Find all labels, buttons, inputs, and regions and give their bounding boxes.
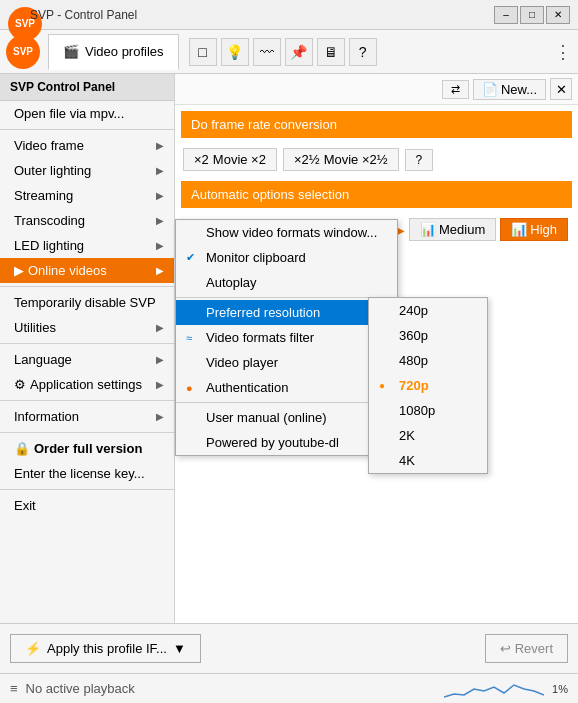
- information-label: Information: [14, 409, 79, 424]
- sidebar-item-exit[interactable]: Exit: [0, 493, 174, 518]
- movie-options-row: ×2 Movie ×2 ×2½ Movie ×2½ ?: [175, 144, 578, 175]
- menu-item-video-player[interactable]: Video player ▶: [176, 350, 397, 375]
- utilities-label: Utilities: [14, 320, 56, 335]
- apply-profile-button[interactable]: ⚡ Apply this profile IF... ▼: [10, 634, 201, 663]
- question-button[interactable]: ?: [405, 149, 434, 171]
- menu-item-monitor-clipboard[interactable]: ✔ Monitor clipboard: [176, 245, 397, 270]
- menu-item-autoplay[interactable]: Autoplay: [176, 270, 397, 295]
- video-profiles-tab[interactable]: 🎬 Video profiles: [48, 34, 179, 70]
- sidebar-item-led-lighting[interactable]: LED lighting ▶: [0, 233, 174, 258]
- content-close-button[interactable]: ✕: [550, 78, 572, 100]
- switch-icon-button[interactable]: ⇄: [442, 80, 469, 99]
- submenu-item-480p[interactable]: 480p: [369, 348, 487, 373]
- toolbar: SVP 🎬 Video profiles □ 💡 〰 📌 🖥 ? ⋮: [0, 30, 578, 74]
- sidebar-item-open-file[interactable]: Open file via mpv...: [0, 101, 174, 126]
- sidebar-sep-4: [0, 400, 174, 401]
- language-arrow: ▶: [156, 354, 164, 365]
- medium-quality-button[interactable]: 📊 Medium: [409, 218, 496, 241]
- video-profiles-tab-label: Video profiles: [85, 44, 164, 59]
- maximize-button[interactable]: □: [520, 6, 544, 24]
- disable-svp-label: Temporarily disable SVP: [14, 295, 156, 310]
- toolbar-icon-help[interactable]: ?: [349, 38, 377, 66]
- 1080p-label: 1080p: [399, 403, 435, 418]
- sidebar-sep-5: [0, 432, 174, 433]
- submenu-item-720p[interactable]: ● 720p: [369, 373, 487, 398]
- movie-x2-button[interactable]: ×2 Movie ×2: [183, 148, 277, 171]
- video-formats-filter-label: Video formats filter: [206, 330, 314, 345]
- toolbar-icon-3[interactable]: 〰: [253, 38, 281, 66]
- submenu-item-4k[interactable]: 4K: [369, 448, 487, 473]
- high-quality-button[interactable]: 📊 High: [500, 218, 568, 241]
- sidebar-item-disable-svp[interactable]: Temporarily disable SVP: [0, 290, 174, 315]
- online-videos-play-icon: ▶: [14, 263, 24, 278]
- menu-item-show-formats[interactable]: Show video formats window...: [176, 220, 397, 245]
- menu-item-video-formats-filter[interactable]: ≈ Video formats filter ▶: [176, 325, 397, 350]
- submenu-item-1080p[interactable]: 1080p: [369, 398, 487, 423]
- sidebar: SVP Control Panel Open file via mpv... V…: [0, 74, 175, 623]
- sidebar-sep-3: [0, 343, 174, 344]
- submenu-item-240p[interactable]: 240p: [369, 298, 487, 323]
- sidebar-item-video-frame[interactable]: Video frame ▶: [0, 133, 174, 158]
- title-bar: SVP SVP - Control Panel – □ ✕: [0, 0, 578, 30]
- close-button[interactable]: ✕: [546, 6, 570, 24]
- sidebar-item-outer-lighting[interactable]: Outer lighting ▶: [0, 158, 174, 183]
- license-key-label: Enter the license key...: [14, 466, 145, 481]
- led-lighting-label: LED lighting: [14, 238, 84, 253]
- sidebar-item-utilities[interactable]: Utilities ▶: [0, 315, 174, 340]
- medium-quality-label: Medium: [439, 222, 485, 237]
- revert-button[interactable]: ↩ Revert: [485, 634, 568, 663]
- sidebar-item-transcoding[interactable]: Transcoding ▶: [0, 208, 174, 233]
- user-manual-label: User manual (online): [206, 410, 327, 425]
- information-arrow: ▶: [156, 411, 164, 422]
- monitor-clipboard-label: Monitor clipboard: [206, 250, 306, 265]
- sidebar-sep-2: [0, 286, 174, 287]
- authentication-label: Authentication: [206, 380, 288, 395]
- submenu-item-2k[interactable]: 2K: [369, 423, 487, 448]
- new-button-label: New...: [501, 82, 537, 97]
- sidebar-item-online-videos[interactable]: ▶ Online videos ▶: [0, 258, 174, 283]
- toolbar-icon-2[interactable]: 💡: [221, 38, 249, 66]
- toolbar-more-button[interactable]: ⋮: [554, 41, 572, 63]
- medium-bar-icon: 📊: [420, 222, 436, 237]
- apply-icon: ⚡: [25, 641, 41, 656]
- preferred-resolution-submenu[interactable]: 240p 360p 480p ● 720p 1080p 2K: [368, 297, 488, 474]
- submenu-item-360p[interactable]: 360p: [369, 323, 487, 348]
- toolbar-icons: □ 💡 〰 📌 🖥 ?: [189, 38, 377, 66]
- svp-logo: SVP: [6, 35, 40, 69]
- sidebar-item-language[interactable]: Language ▶: [0, 347, 174, 372]
- 720p-label: 720p: [399, 378, 429, 393]
- revert-icon: ↩: [500, 641, 511, 656]
- app-settings-arrow: ▶: [156, 379, 164, 390]
- toolbar-icon-1[interactable]: □: [189, 38, 217, 66]
- sidebar-item-information[interactable]: Information ▶: [0, 404, 174, 429]
- auto-options-section-header: Automatic options selection: [181, 181, 572, 208]
- minimize-button[interactable]: –: [494, 6, 518, 24]
- video-player-label: Video player: [206, 355, 278, 370]
- status-chart: [444, 679, 544, 699]
- menu-item-powered-by[interactable]: Powered by youtube-dl: [176, 430, 397, 455]
- movie-x25-label: Movie ×2½: [324, 152, 388, 167]
- new-button[interactable]: 📄 New...: [473, 79, 546, 100]
- toolbar-icon-5[interactable]: 🖥: [317, 38, 345, 66]
- movie-x25-button[interactable]: ×2½ Movie ×2½: [283, 148, 399, 171]
- movie-x2-icon: ×2: [194, 152, 209, 167]
- bottom-bar: ⚡ Apply this profile IF... ▼ ↩ Revert: [0, 623, 578, 673]
- lock-icon: 🔒: [14, 441, 30, 456]
- toolbar-icon-4[interactable]: 📌: [285, 38, 313, 66]
- 240p-label: 240p: [399, 303, 428, 318]
- online-videos-menu[interactable]: Show video formats window... ✔ Monitor c…: [175, 219, 398, 456]
- sidebar-item-streaming[interactable]: Streaming ▶: [0, 183, 174, 208]
- sidebar-item-license-key[interactable]: Enter the license key...: [0, 461, 174, 486]
- transcoding-arrow: ▶: [156, 215, 164, 226]
- menu-item-user-manual[interactable]: User manual (online): [176, 405, 397, 430]
- frame-rate-section-label: Do frame rate conversion: [191, 117, 337, 132]
- high-bar-icon: 📊: [511, 222, 527, 237]
- menu-item-preferred-resolution[interactable]: Preferred resolution ▶: [176, 300, 397, 325]
- 360p-label: 360p: [399, 328, 428, 343]
- main-area: SVP Control Panel Open file via mpv... V…: [0, 74, 578, 623]
- sidebar-item-app-settings[interactable]: ⚙ Application settings ▶: [0, 372, 174, 397]
- online-videos-label: Online videos: [28, 263, 107, 278]
- sidebar-item-order-full[interactable]: 🔒 Order full version: [0, 436, 174, 461]
- status-percent: 1%: [552, 683, 568, 695]
- menu-item-authentication[interactable]: ● Authentication ▶: [176, 375, 397, 400]
